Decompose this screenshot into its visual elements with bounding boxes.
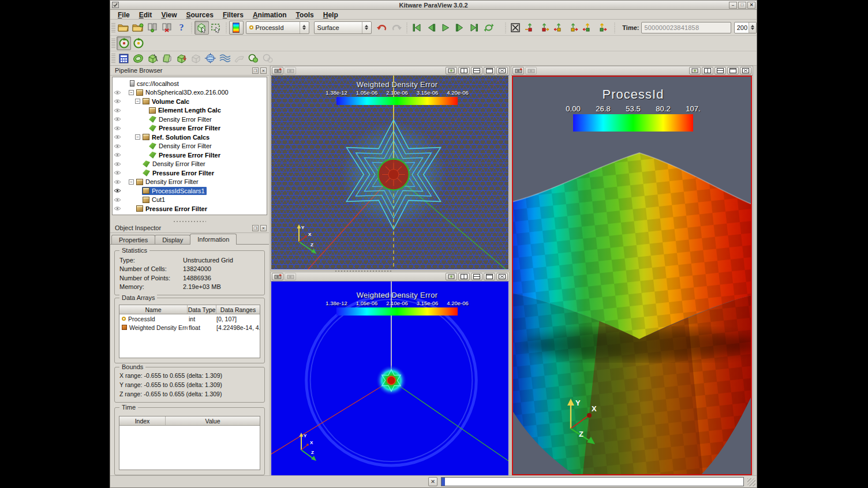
undock-panel-button[interactable]: ❐ <box>252 67 259 74</box>
visibility-eye-icon[interactable] <box>113 206 122 211</box>
show-center-axes-button[interactable] <box>117 36 131 50</box>
undo-button[interactable] <box>375 21 390 35</box>
set-view-plus-y-button[interactable] <box>551 21 566 35</box>
contour-filter-button[interactable] <box>131 51 145 65</box>
lookmark-button[interactable] <box>446 67 457 74</box>
extract-subset-filter-button[interactable] <box>189 51 203 65</box>
clip-filter-button[interactable] <box>145 51 160 65</box>
split-view-horizontal-button[interactable] <box>702 67 713 74</box>
tree-expander[interactable]: − <box>135 134 140 140</box>
data-array-row[interactable]: Weighted Density Errorfloat[4.22498e-14,… <box>119 323 260 332</box>
last-frame-button[interactable] <box>467 21 482 35</box>
pipeline-item[interactable]: Density Error Filter <box>113 142 267 151</box>
toolbar-handle[interactable] <box>111 37 115 49</box>
next-frame-button[interactable] <box>453 21 467 35</box>
pipeline-item[interactable]: −NohSpherical3D.exo.216.000 <box>113 88 267 97</box>
link-camera-button[interactable] <box>525 67 537 74</box>
pipeline-item[interactable]: csrc://localhost <box>113 79 267 88</box>
calculator-filter-button[interactable] <box>117 51 131 65</box>
disconnect-server-button[interactable] <box>160 21 174 35</box>
visibility-eye-icon[interactable] <box>113 126 122 131</box>
link-camera-button[interactable] <box>285 273 296 280</box>
pipeline-item[interactable]: Density Error Filter <box>113 160 267 169</box>
tree-expander[interactable]: − <box>135 99 140 104</box>
close-button[interactable]: ✕ <box>747 2 755 9</box>
color-by-combo[interactable]: ProcessId <box>246 21 309 34</box>
edit-color-map-button[interactable] <box>229 21 244 35</box>
visibility-eye-icon[interactable] <box>113 144 122 149</box>
visibility-eye-icon[interactable] <box>113 90 122 95</box>
maximize-view-button[interactable] <box>484 273 495 280</box>
pipeline-item[interactable]: Pressure Error Filter <box>113 124 267 133</box>
set-view-plus-x-button[interactable] <box>522 21 537 35</box>
pipeline-item[interactable]: −Volume Calc <box>113 97 267 106</box>
pipeline-item[interactable]: Pressure Error Filter <box>113 168 267 178</box>
play-button[interactable] <box>439 21 453 35</box>
menu-filters[interactable]: Filters <box>219 11 248 19</box>
menu-sources[interactable]: Sources <box>182 11 218 19</box>
split-view-vertical-button[interactable] <box>471 67 482 74</box>
visibility-eye-icon[interactable] <box>113 197 122 202</box>
menu-tools[interactable]: Tools <box>292 11 318 19</box>
split-view-vertical-button[interactable] <box>471 273 482 280</box>
capture-camera-button[interactable] <box>512 67 524 74</box>
maximize-button[interactable]: □ <box>738 2 746 9</box>
view-splitter[interactable] <box>335 271 393 272</box>
visibility-eye-icon[interactable] <box>113 99 122 104</box>
visibility-eye-icon[interactable] <box>113 162 122 167</box>
rubber-band-selection-button[interactable] <box>209 21 223 35</box>
split-view-horizontal-button[interactable] <box>458 67 470 74</box>
minimize-button[interactable]: – <box>729 2 737 9</box>
data-array-row[interactable]: ProcessIdint[0, 107] <box>119 314 260 323</box>
warp-filter-button[interactable] <box>232 51 246 65</box>
set-view-minus-x-button[interactable] <box>537 21 551 35</box>
time-value-field[interactable]: 500000023841858 <box>641 22 731 33</box>
resize-grip[interactable] <box>747 478 755 486</box>
pipeline-item[interactable]: Pressure Error Filter <box>113 204 267 213</box>
slice-filter-button[interactable] <box>160 51 174 65</box>
close-panel-button[interactable]: ✕ <box>260 225 267 231</box>
redo-button[interactable] <box>390 21 404 35</box>
visibility-eye-icon[interactable] <box>113 134 122 140</box>
tab-display[interactable]: Display <box>155 235 190 245</box>
set-view-minus-y-button[interactable] <box>566 21 580 35</box>
lookmark-button[interactable] <box>689 67 701 74</box>
visibility-eye-icon[interactable] <box>113 117 122 122</box>
column-header[interactable]: Value <box>166 416 260 425</box>
link-camera-button[interactable] <box>285 67 296 74</box>
close-panel-button[interactable]: ✕ <box>260 67 267 74</box>
close-view-button[interactable] <box>740 67 751 74</box>
tab-properties[interactable]: Properties <box>111 235 155 245</box>
panel-splitter[interactable] <box>110 219 269 223</box>
representation-combo[interactable]: Surface <box>314 21 372 34</box>
pipeline-item[interactable]: Pressure Error Filter <box>113 151 267 160</box>
spin-arrows[interactable] <box>749 22 756 33</box>
help-button[interactable]: ? <box>174 21 189 35</box>
close-view-button[interactable] <box>496 273 508 280</box>
previous-frame-button[interactable] <box>424 21 439 35</box>
connect-server-button[interactable] <box>145 21 160 35</box>
menu-view[interactable]: View <box>157 11 181 19</box>
render-viewport-top[interactable]: Weighted Density Error 1.38e-121.05e-062… <box>271 76 508 269</box>
reset-camera-button[interactable] <box>508 21 522 35</box>
menu-file[interactable]: File <box>114 11 134 19</box>
visibility-eye-icon[interactable] <box>113 170 122 175</box>
data-arrays-table[interactable]: NameData TypeData Ranges ProcessIdint[0,… <box>119 305 260 358</box>
toolbar-handle[interactable] <box>111 52 115 64</box>
visibility-eye-icon[interactable] <box>113 108 122 113</box>
set-view-minus-z-button[interactable] <box>594 21 609 35</box>
capture-camera-button[interactable] <box>272 273 283 280</box>
frame-spinbox[interactable]: 200 <box>734 22 757 33</box>
first-frame-button[interactable] <box>410 21 424 35</box>
render-viewport-right[interactable]: ProcessId 0.0026.853.580.2107. Y X Z <box>512 76 752 475</box>
pipeline-item[interactable]: Cut1 <box>113 196 267 205</box>
visibility-eye-icon[interactable] <box>113 152 122 157</box>
maximize-view-button[interactable] <box>727 67 739 74</box>
column-header[interactable]: Index <box>119 416 166 425</box>
split-view-vertical-button[interactable] <box>714 67 726 74</box>
menu-animation[interactable]: Animation <box>249 11 291 19</box>
time-table[interactable]: IndexValue <box>119 416 260 470</box>
pipeline-item[interactable]: Element Length Calc <box>113 106 267 115</box>
maximize-view-button[interactable] <box>484 67 495 74</box>
toolbar-handle[interactable] <box>111 22 115 33</box>
